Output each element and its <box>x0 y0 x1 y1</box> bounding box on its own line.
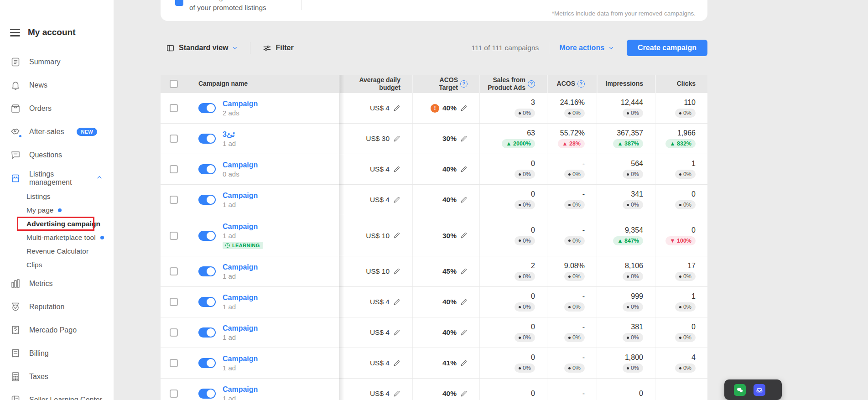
ads-count: 0 ads <box>223 170 258 178</box>
row-checkbox[interactable] <box>170 328 178 337</box>
campaign-toggle[interactable] <box>198 103 216 113</box>
edit-budget-icon[interactable] <box>393 166 400 173</box>
sidebar-item-seller-learning-center[interactable]: Seller Learning Center <box>0 388 114 400</box>
header-sales[interactable]: Sales from Product Ads? <box>479 75 547 93</box>
view-selector[interactable]: Standard view <box>161 44 238 52</box>
edit-budget-icon[interactable] <box>393 135 400 143</box>
header-impressions[interactable]: Impressions <box>597 75 655 93</box>
sidebar-item-listings-management[interactable]: Listings management <box>0 166 114 190</box>
edit-target-icon[interactable] <box>460 166 468 173</box>
campaign-link[interactable]: Campaign <box>223 223 263 231</box>
acos-target-cell: 40% <box>412 317 479 348</box>
campaign-link[interactable]: Campaign <box>223 100 258 108</box>
edit-budget-icon[interactable] <box>393 268 400 275</box>
row-checkbox[interactable] <box>170 359 178 367</box>
campaign-link[interactable]: 3ئئ <box>223 130 236 139</box>
campaign-link[interactable]: Campaign <box>223 192 258 200</box>
row-checkbox-cell <box>161 185 187 215</box>
row-checkbox-cell <box>161 256 187 286</box>
impressions-delta-pill: 0% <box>623 200 643 209</box>
more-actions-button[interactable]: More actions <box>559 44 614 52</box>
row-checkbox[interactable] <box>170 390 178 398</box>
edit-target-icon[interactable] <box>460 329 468 337</box>
campaign-toggle[interactable] <box>198 134 216 144</box>
header-budget[interactable]: Average daily budget <box>339 75 412 93</box>
header-acos-target[interactable]: ACOS Target? <box>412 75 479 93</box>
create-campaign-button[interactable]: Create campaign <box>627 40 707 56</box>
edit-budget-icon[interactable] <box>393 359 400 367</box>
campaign-toggle[interactable] <box>198 231 216 241</box>
edit-target-icon[interactable] <box>460 298 468 306</box>
edit-target-icon[interactable] <box>460 232 468 239</box>
impressions-cell: 564 0% <box>597 154 655 184</box>
sidebar-item-advertising-campaign[interactable]: Advertising campaign <box>0 217 114 231</box>
header-campaign-name[interactable]: Campaign name <box>187 75 339 93</box>
edit-target-icon[interactable] <box>460 359 468 367</box>
campaign-toggle[interactable] <box>198 297 216 307</box>
row-checkbox[interactable] <box>170 298 178 306</box>
row-checkbox[interactable] <box>170 232 178 240</box>
filter-button[interactable]: Filter <box>263 44 293 52</box>
edit-budget-icon[interactable] <box>393 232 400 239</box>
files-icon[interactable] <box>754 384 765 396</box>
row-checkbox[interactable] <box>170 104 178 112</box>
campaign-link[interactable]: Campaign <box>223 355 258 363</box>
campaign-toggle[interactable] <box>198 358 216 368</box>
menu-icon[interactable] <box>10 29 20 36</box>
help-icon[interactable]: ? <box>528 80 535 88</box>
sidebar-item-multi-marketplace-tool[interactable]: Multi-marketplace tool <box>0 231 114 244</box>
impressions-delta-pill: 0% <box>623 302 643 312</box>
help-icon[interactable]: ? <box>577 80 585 88</box>
edit-target-icon[interactable] <box>460 268 468 275</box>
sidebar-item-revenue-calculator[interactable]: Revenue Calculator <box>0 244 114 258</box>
sidebar-item-listings[interactable]: Listings <box>0 190 114 203</box>
header-acos[interactable]: ACOS? <box>547 75 597 93</box>
sidebar-item-summary[interactable]: Summary <box>0 50 114 73</box>
sidebar-item-my-page[interactable]: My page <box>0 203 114 217</box>
campaign-link[interactable]: Campaign <box>223 263 258 271</box>
select-all-checkbox[interactable] <box>170 80 178 88</box>
row-checkbox[interactable] <box>170 165 178 173</box>
campaign-toggle[interactable] <box>198 327 216 338</box>
campaign-toggle[interactable] <box>198 266 216 276</box>
table-toolbar: Standard view Filter 111 of 111 campaign… <box>161 40 707 56</box>
edit-target-icon[interactable] <box>460 135 468 143</box>
sidebar-item-orders[interactable]: Orders <box>0 97 114 120</box>
campaign-toggle[interactable] <box>198 389 216 399</box>
sidebar-item-reputation[interactable]: Reputation <box>0 295 114 318</box>
sidebar-item-clips[interactable]: Clips <box>0 258 114 272</box>
edit-budget-icon[interactable] <box>393 104 400 112</box>
budget-cell: US$ 4 <box>339 93 412 123</box>
campaign-link[interactable]: Campaign <box>223 294 258 302</box>
edit-target-icon[interactable] <box>460 196 468 204</box>
edit-budget-icon[interactable] <box>393 196 400 204</box>
campaign-count: 111 of 111 campaigns <box>471 44 539 52</box>
row-checkbox[interactable] <box>170 135 178 143</box>
sidebar-item-billing[interactable]: Billing <box>0 342 114 365</box>
wechat-icon[interactable] <box>734 384 746 396</box>
edit-budget-icon[interactable] <box>393 390 400 398</box>
campaign-link[interactable]: Campaign <box>223 161 258 169</box>
row-checkbox[interactable] <box>170 196 178 204</box>
sidebar-item-mercado-pago[interactable]: Mercado Pago <box>0 318 114 342</box>
sidebar-item-news[interactable]: News <box>0 73 114 97</box>
campaign-link[interactable]: Campaign <box>223 324 258 332</box>
sidebar-item-after-sales[interactable]: After-sales NEW <box>0 120 114 143</box>
row-checkbox[interactable] <box>170 267 178 275</box>
edit-target-icon[interactable] <box>460 390 468 398</box>
edit-target-icon[interactable] <box>460 104 468 112</box>
sidebar-item-taxes[interactable]: Taxes <box>0 365 114 388</box>
edit-budget-icon[interactable] <box>393 329 400 337</box>
campaign-toggle[interactable] <box>198 164 216 174</box>
impressions-cell: 12,444 0% <box>597 93 655 123</box>
campaign-link[interactable]: Campaign <box>223 385 258 394</box>
bell-icon <box>10 80 21 91</box>
sidebar-item-questions[interactable]: Questions <box>0 143 114 166</box>
header-clicks[interactable]: Clicks <box>655 75 707 93</box>
campaign-toggle[interactable] <box>198 195 216 205</box>
campaign-name-cell: Campaign 2 ads <box>187 93 339 123</box>
help-icon[interactable]: ? <box>460 80 468 88</box>
row-checkbox-cell <box>161 93 187 123</box>
edit-budget-icon[interactable] <box>393 298 400 306</box>
sidebar-item-metrics[interactable]: Metrics <box>0 272 114 295</box>
